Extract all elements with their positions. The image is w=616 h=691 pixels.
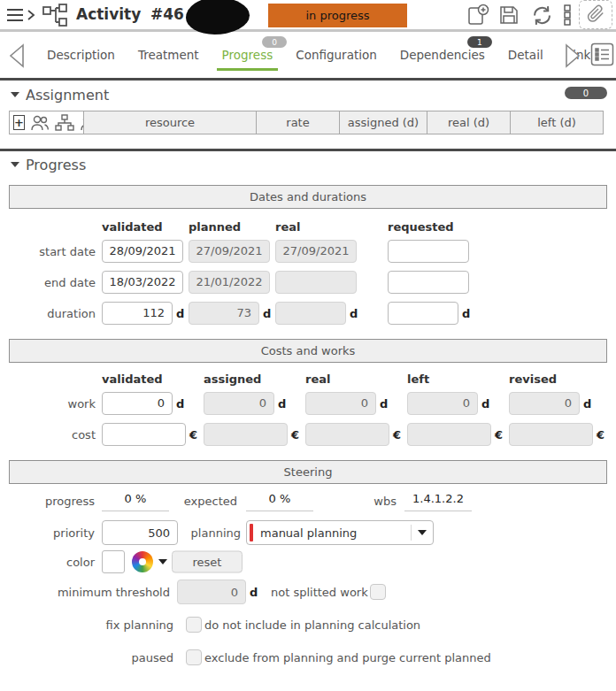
scroll-tabs-left-icon[interactable] xyxy=(7,42,27,73)
tab-treatment[interactable]: Treatment xyxy=(138,48,199,62)
minimum-threshold-label: minimum threshold xyxy=(9,586,170,599)
cost-row: cost € € € € € xyxy=(9,418,607,449)
work-unit: d xyxy=(380,396,388,410)
minimum-threshold-unit: d xyxy=(250,586,258,599)
column-header-resource: resource xyxy=(83,111,257,134)
status-button[interactable]: in progress xyxy=(268,4,407,27)
progress-title: Progress xyxy=(26,157,86,173)
duration-planned-unit: d xyxy=(263,306,271,319)
tab-list: Description Treatment Progress 0 Configu… xyxy=(35,32,602,78)
tab-dependencies[interactable]: Dependencies 1 xyxy=(400,48,485,62)
priority-row: priority 500 planning manual planning xyxy=(9,518,607,548)
expected-label: expected xyxy=(182,495,237,508)
record-id: #46 xyxy=(150,5,184,23)
color-row: color reset xyxy=(9,548,607,576)
not-splitted-work-label: not splitted work xyxy=(271,586,368,599)
minimum-threshold-field: 0 xyxy=(177,580,246,604)
planning-dropdown[interactable]: manual planning xyxy=(246,520,434,545)
tab-configuration[interactable]: Configuration xyxy=(296,48,377,62)
work-unit: d xyxy=(176,396,184,410)
end-date-row: end date 18/03/2022 21/01/2022 xyxy=(9,266,607,297)
column-header-left: left (d) xyxy=(510,111,604,134)
progress-value: 0 % xyxy=(102,490,169,511)
expected-value: 0 % xyxy=(246,490,313,511)
fix-planning-checkbox[interactable] xyxy=(186,617,202,633)
refresh-icon[interactable] xyxy=(530,4,554,31)
paused-label: paused xyxy=(9,650,173,664)
tab-dependencies-badge: 1 xyxy=(467,36,492,48)
paperclip-icon xyxy=(586,4,605,27)
work-unit: d xyxy=(481,396,489,410)
tab-progress-badge: 0 xyxy=(262,36,287,48)
cost-unit: € xyxy=(597,427,604,441)
active-tab-underline xyxy=(217,68,279,71)
cost-validated-field[interactable] xyxy=(102,423,186,446)
work-label: work xyxy=(9,396,96,410)
col-revised: revised xyxy=(509,372,557,386)
activity-type-icon xyxy=(42,4,69,30)
dates-column-headers: validated planned real requested xyxy=(9,212,607,235)
more-menu-icon[interactable] xyxy=(563,4,572,29)
col-validated: validated xyxy=(102,372,163,386)
color-wheel-icon[interactable] xyxy=(132,551,153,572)
end-date-planned-field: 21/01/2022 xyxy=(189,271,270,294)
progress-collapse-toggle[interactable]: Progress xyxy=(9,151,607,178)
color-swatch[interactable] xyxy=(102,550,125,573)
cost-real-field xyxy=(305,423,389,446)
color-caret-icon[interactable] xyxy=(158,559,167,564)
cost-left-field xyxy=(407,423,491,446)
progress-values-row: progress 0 % expected 0 % wbs 1.4.1.2.2 xyxy=(9,484,607,518)
col-real: real xyxy=(275,220,300,234)
assignment-toolbar-cell: + xyxy=(9,111,84,134)
tab-dependencies-label: Dependencies xyxy=(400,48,485,62)
assignment-section: Assignment 0 + xyxy=(0,81,616,134)
tab-progress[interactable]: Progress 0 xyxy=(222,48,273,62)
checklist-icon[interactable] xyxy=(590,42,614,70)
end-date-real-field xyxy=(275,271,357,294)
cost-revised-field xyxy=(509,423,593,446)
duration-requested-field[interactable] xyxy=(388,302,458,325)
col-assigned: assigned xyxy=(204,372,261,386)
work-left-field: 0 xyxy=(407,392,478,415)
work-real-field: 0 xyxy=(305,392,376,415)
reset-color-button[interactable]: reset xyxy=(172,551,243,573)
duration-validated-field[interactable]: 112 xyxy=(102,302,173,325)
start-date-validated-field[interactable]: 28/09/2021 xyxy=(102,240,183,263)
planning-selected-value: manual planning xyxy=(253,526,411,540)
menu-icon[interactable] xyxy=(5,6,37,27)
minimum-threshold-row: minimum threshold 0 d not splitted work xyxy=(9,576,607,608)
not-splitted-work-checkbox[interactable] xyxy=(370,584,386,600)
end-date-requested-field[interactable] xyxy=(388,271,469,294)
work-validated-field[interactable]: 0 xyxy=(102,392,173,415)
work-assigned-field: 0 xyxy=(204,392,274,415)
add-assignment-icon[interactable]: + xyxy=(13,115,25,130)
paused-row: paused exclude from planning and purge c… xyxy=(9,641,607,673)
end-date-label: end date xyxy=(9,275,96,288)
scroll-tabs-right-icon[interactable] xyxy=(563,42,582,73)
attachment-button[interactable] xyxy=(579,0,612,29)
start-date-requested-field[interactable] xyxy=(388,240,469,263)
chevron-down-icon[interactable] xyxy=(412,530,433,535)
assignment-collapse-toggle[interactable]: Assignment 0 xyxy=(9,81,607,109)
priority-field[interactable]: 500 xyxy=(102,520,178,545)
org-chart-icon[interactable] xyxy=(55,114,74,132)
planning-label: planning xyxy=(182,526,241,540)
fix-planning-row: fix planning do not include in planning … xyxy=(9,608,607,641)
end-date-validated-field[interactable]: 18/03/2022 xyxy=(102,271,183,294)
start-date-planned-field: 27/09/2021 xyxy=(189,240,270,263)
add-document-icon[interactable] xyxy=(466,4,489,30)
tab-description[interactable]: Description xyxy=(47,48,115,62)
tab-detail[interactable]: Detail xyxy=(508,48,543,62)
duration-label: duration xyxy=(9,306,96,319)
cost-unit: € xyxy=(495,427,503,441)
wbs-value: 1.4.1.2.2 xyxy=(404,490,472,511)
work-row: work 0 d 0 d 0 d 0 d 0 d xyxy=(9,388,607,418)
save-icon[interactable] xyxy=(498,4,520,29)
assignment-count-badge: 0 xyxy=(565,87,607,99)
assign-resource-icon[interactable] xyxy=(29,114,50,132)
page-title: Activity xyxy=(76,5,141,23)
paused-text: exclude from planning and purge current … xyxy=(204,650,491,664)
paused-checkbox[interactable] xyxy=(186,649,202,665)
column-header-rate: rate xyxy=(256,111,340,134)
color-label: color xyxy=(9,556,95,569)
